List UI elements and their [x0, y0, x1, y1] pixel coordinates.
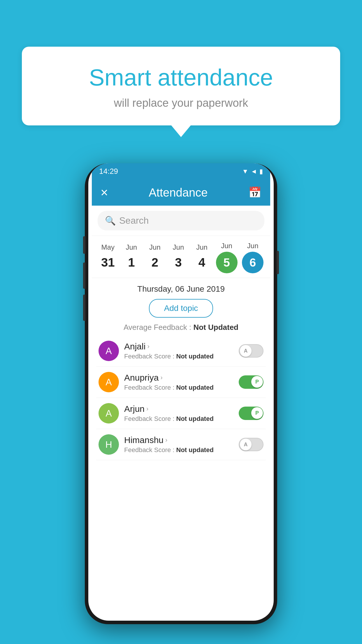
- feedback-label-himanshu: Feedback Score :: [124, 446, 176, 454]
- student-info-anupriya: Anupriya › Feedback Score : Not updated: [124, 373, 233, 391]
- chevron-icon: ›: [165, 436, 167, 444]
- student-row-himanshu[interactable]: H Himanshu › Feedback Score : Not update…: [96, 429, 266, 460]
- battery-icon: ▮: [259, 168, 263, 175]
- student-info-anjali: Anjali › Feedback Score : Not updated: [124, 342, 233, 360]
- month-label: Jun: [196, 243, 208, 251]
- day-number-6: 6: [242, 252, 263, 273]
- calendar-row: May 31 Jun 1 Jun 2 Jun 3: [92, 236, 270, 278]
- search-icon: 🔍: [105, 216, 116, 226]
- avg-feedback: Average Feedback : Not Updated: [92, 321, 270, 335]
- month-label: May: [101, 243, 115, 251]
- speech-bubble: Smart attendance will replace your paper…: [22, 47, 340, 125]
- day-number-5: 5: [216, 252, 238, 273]
- status-bar: 14:29 ▼ ◄ ▮: [92, 163, 270, 179]
- month-label: Jun: [247, 242, 259, 250]
- status-time: 14:29: [99, 167, 118, 176]
- feedback-label-anjali: Feedback Score :: [124, 353, 176, 360]
- student-row-anupriya[interactable]: A Anupriya › Feedback Score : Not update…: [96, 367, 266, 398]
- date-item-jun1[interactable]: Jun 1: [122, 243, 141, 272]
- feedback-label-anupriya: Feedback Score :: [124, 384, 176, 391]
- silent-button: [83, 295, 85, 321]
- date-item-jun6[interactable]: Jun 6: [242, 242, 263, 273]
- day-number: 4: [192, 253, 211, 272]
- day-number: 2: [145, 253, 164, 272]
- chevron-icon: ›: [146, 405, 148, 413]
- date-item-jun4[interactable]: Jun 4: [192, 243, 211, 272]
- student-info-himanshu: Himanshu › Feedback Score : Not updated: [124, 435, 233, 454]
- close-button[interactable]: ×: [101, 185, 108, 200]
- student-name-arjun: Arjun: [124, 404, 145, 414]
- date-item-jun5[interactable]: Jun 5: [216, 242, 238, 273]
- student-name-anupriya: Anupriya: [124, 373, 159, 383]
- chevron-icon: ›: [160, 374, 162, 382]
- month-label: Jun: [173, 243, 184, 251]
- power-button: [277, 251, 279, 274]
- day-number: 3: [169, 253, 188, 272]
- search-bar[interactable]: 🔍 Search: [98, 211, 264, 230]
- attendance-toggle-arjun[interactable]: P: [239, 407, 263, 420]
- student-row-arjun[interactable]: A Arjun › Feedback Score : Not updated: [96, 398, 266, 429]
- avatar-arjun: A: [99, 403, 119, 424]
- search-placeholder: Search: [119, 215, 149, 226]
- day-number: 31: [99, 253, 117, 272]
- avatar-anjali: A: [99, 341, 119, 361]
- app-title: Attendance: [149, 186, 208, 199]
- student-name-himanshu: Himanshu: [124, 435, 164, 445]
- bubble-subtitle: will replace your paperwork: [36, 97, 326, 109]
- feedback-label-arjun: Feedback Score :: [124, 415, 176, 422]
- signal-icon: ◄: [251, 168, 257, 175]
- status-icons: ▼ ◄ ▮: [242, 168, 263, 175]
- attendance-toggle-himanshu[interactable]: A: [239, 438, 263, 451]
- phone-screen: 14:29 ▼ ◄ ▮ × Attendance 📅 🔍: [88, 163, 274, 621]
- avatar-anupriya: A: [99, 372, 119, 392]
- student-row-anjali[interactable]: A Anjali › Feedback Score : Not updated: [96, 335, 266, 367]
- avg-feedback-label: Average Feedback :: [124, 323, 193, 332]
- add-topic-button[interactable]: Add topic: [149, 299, 213, 318]
- chevron-icon: ›: [147, 343, 149, 350]
- wifi-icon: ▼: [242, 168, 248, 175]
- day-number: 1: [122, 253, 141, 272]
- selected-date-label: Thursday, 06 June 2019: [92, 278, 270, 296]
- feedback-value-himanshu: Not updated: [176, 446, 214, 454]
- volume-up-button: [83, 236, 85, 254]
- student-name-anjali: Anjali: [124, 342, 145, 351]
- calendar-icon[interactable]: 📅: [248, 186, 261, 199]
- date-item-jun2[interactable]: Jun 2: [145, 243, 164, 272]
- phone-mockup: 14:29 ▼ ◄ ▮ × Attendance 📅 🔍: [85, 163, 277, 624]
- bubble-title: Smart attendance: [36, 64, 326, 91]
- student-list: A Anjali › Feedback Score : Not updated: [92, 335, 270, 460]
- date-item-may31[interactable]: May 31: [99, 243, 117, 272]
- search-container: 🔍 Search: [92, 206, 270, 236]
- student-info-arjun: Arjun › Feedback Score : Not updated: [124, 404, 233, 423]
- feedback-value-arjun: Not updated: [176, 415, 214, 422]
- app-bar: × Attendance 📅: [92, 179, 270, 206]
- volume-down-button: [83, 262, 85, 289]
- date-item-jun3[interactable]: Jun 3: [169, 243, 188, 272]
- avg-feedback-value: Not Updated: [193, 323, 238, 332]
- month-label: Jun: [149, 243, 161, 251]
- avatar-himanshu: H: [99, 434, 119, 455]
- month-label: Jun: [126, 243, 137, 251]
- feedback-value-anupriya: Not updated: [176, 384, 214, 391]
- attendance-toggle-anupriya[interactable]: P: [239, 375, 263, 389]
- feedback-value-anjali: Not updated: [176, 353, 214, 360]
- attendance-toggle-anjali[interactable]: A: [239, 344, 263, 358]
- month-label: Jun: [221, 242, 232, 250]
